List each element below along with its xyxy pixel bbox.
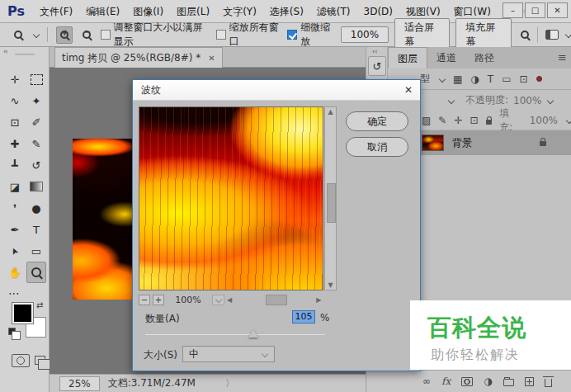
fit-screen-button[interactable]: 适合屏幕: [394, 18, 450, 51]
screen-mode-button[interactable]: [35, 356, 45, 365]
document-image[interactable]: [73, 139, 134, 300]
menu-layer[interactable]: 图层(L): [170, 0, 216, 23]
adjustment-layer-icon[interactable]: ◑: [484, 375, 492, 387]
swap-colors-icon[interactable]: ⇄: [36, 300, 43, 309]
zoom-100-button[interactable]: 100%: [341, 26, 389, 43]
filter-adjustment-icon[interactable]: ◑: [470, 73, 479, 85]
zoom-tool-selected[interactable]: [26, 262, 46, 283]
zoom-in-mode-button[interactable]: [56, 26, 73, 44]
chevron-down-icon[interactable]: [448, 97, 455, 103]
edit-toolbar-icon[interactable]: ⋯: [8, 286, 21, 300]
filter-preview-image[interactable]: [139, 106, 323, 290]
preview-horizontal-scrollbar[interactable]: [234, 295, 314, 305]
scroll-up-icon[interactable]: ▲: [328, 108, 333, 116]
zoom-out-mode-button[interactable]: [78, 26, 95, 44]
size-dropdown[interactable]: 中: [182, 346, 275, 362]
dialog-title-bar[interactable]: 波纹 ✕: [133, 80, 420, 101]
lock-move-icon[interactable]: ✛: [454, 115, 462, 126]
link-layers-icon[interactable]: ∞: [422, 375, 431, 387]
pen-tool[interactable]: ✒: [5, 219, 25, 240]
blur-tool[interactable]: ❜: [5, 197, 25, 219]
menu-edit[interactable]: 编辑(E): [79, 0, 126, 23]
clone-stamp-tool[interactable]: ┻: [5, 154, 25, 176]
lock-all-icon[interactable]: [486, 120, 493, 125]
filter-type-icon[interactable]: T: [488, 73, 493, 85]
lock-artboard-icon[interactable]: ⊡: [470, 115, 478, 126]
eraser-tool[interactable]: ◪: [5, 176, 25, 197]
preview-vertical-scrollbar[interactable]: ▲ ▼: [324, 106, 337, 290]
marquee-tool-icon[interactable]: [26, 68, 46, 90]
filter-smart-object-icon[interactable]: ⊡: [520, 73, 528, 85]
dock-collapse-icon[interactable]: ‹‹: [372, 48, 377, 55]
scroll-left-icon[interactable]: ◀: [227, 296, 232, 304]
chevron-down-icon[interactable]: [547, 97, 554, 103]
scroll-right-icon[interactable]: ▶: [316, 296, 321, 304]
fill-value[interactable]: 100%: [530, 115, 558, 126]
shape-tool[interactable]: ▭: [26, 240, 46, 262]
move-tool[interactable]: ✛: [5, 68, 25, 90]
type-tool[interactable]: T: [26, 219, 46, 240]
filter-pixel-icon[interactable]: ▦: [453, 73, 462, 85]
layer-style-fx-icon[interactable]: fx: [441, 375, 451, 387]
gradient-tool-icon[interactable]: [26, 176, 46, 197]
scrubby-zoom-checkbox[interactable]: [287, 30, 297, 40]
toolbar-collapse-icon[interactable]: ‹‹: [3, 48, 7, 55]
menu-image[interactable]: 图像(I): [126, 0, 170, 23]
resize-windows-option[interactable]: 调整窗口大小以满屏显示: [101, 21, 210, 49]
scrubby-zoom-option[interactable]: 细微缩放: [287, 21, 335, 49]
brush-tool[interactable]: ✎: [26, 133, 46, 154]
add-mask-icon[interactable]: [461, 377, 473, 386]
menu-select[interactable]: 选择(S): [263, 0, 310, 23]
menu-3d[interactable]: 3D(D): [357, 0, 399, 23]
document-tab[interactable]: timg 拷贝 @ 25%(RGB/8#) * ✕: [54, 47, 223, 68]
delete-layer-icon[interactable]: [545, 379, 552, 387]
hand-tool[interactable]: ✋: [5, 262, 25, 283]
lock-transparent-icon[interactable]: ▨: [422, 115, 431, 126]
lasso-tool[interactable]: ∿: [5, 90, 25, 111]
zoom-tool-preset[interactable]: [10, 26, 26, 44]
preview-zoom-out-button[interactable]: −: [139, 295, 150, 305]
chevron-down-icon[interactable]: [439, 75, 446, 82]
panel-menu-icon[interactable]: ≡: [558, 51, 567, 64]
fill-screen-button[interactable]: 填充屏幕: [455, 18, 511, 51]
status-expand-icon[interactable]: 〉: [225, 377, 234, 390]
minimize-button[interactable]: –: [503, 2, 523, 18]
workspace-switcher-icon[interactable]: [545, 30, 559, 40]
history-brush-tool[interactable]: ↺: [26, 154, 46, 176]
status-zoom-field[interactable]: 25%: [59, 376, 100, 391]
layer-thumbnail[interactable]: [422, 135, 444, 151]
new-layer-icon[interactable]: [525, 377, 534, 386]
filter-toggle-dot[interactable]: [536, 76, 542, 82]
menu-file[interactable]: 文件(F): [33, 0, 79, 23]
healing-brush-tool[interactable]: ✚: [5, 133, 25, 154]
chevron-down-icon[interactable]: [565, 31, 571, 38]
default-colors-icon[interactable]: [8, 328, 16, 335]
tab-paths[interactable]: 路径: [465, 47, 503, 68]
lock-paint-icon[interactable]: ✎: [438, 115, 446, 126]
crop-tool[interactable]: ⊡: [5, 111, 25, 133]
maximize-button[interactable]: □: [525, 2, 545, 18]
close-tab-icon[interactable]: ✕: [208, 54, 215, 63]
opacity-value[interactable]: 100%: [513, 95, 541, 106]
close-window-button[interactable]: ✕: [547, 2, 568, 18]
search-icon[interactable]: [521, 31, 529, 39]
cancel-button[interactable]: 取消: [346, 137, 408, 157]
chevron-down-icon[interactable]: [566, 116, 571, 123]
filter-shape-icon[interactable]: ▭: [502, 73, 511, 85]
quick-mask-button[interactable]: [12, 354, 30, 367]
zoom-all-windows-option[interactable]: 缩放所有窗口: [216, 21, 281, 49]
foreground-color-swatch[interactable]: [12, 303, 33, 324]
chevron-down-icon[interactable]: [33, 31, 40, 38]
preview-zoom-dropdown[interactable]: [212, 295, 224, 305]
menu-filter[interactable]: 滤镜(T): [310, 0, 357, 23]
history-panel-icon[interactable]: ↺: [368, 56, 386, 76]
dodge-tool[interactable]: ●: [26, 197, 46, 219]
scroll-down-icon[interactable]: ▼: [328, 281, 333, 289]
tab-layers[interactable]: 图层: [388, 47, 427, 68]
quick-selection-tool[interactable]: ✦: [26, 90, 46, 111]
horizontal-scroll-thumb[interactable]: [266, 295, 287, 305]
preview-zoom-in-button[interactable]: +: [153, 295, 164, 305]
resize-windows-checkbox[interactable]: [101, 30, 111, 40]
preview-zoom-level[interactable]: 100%: [167, 295, 210, 305]
amount-slider[interactable]: [145, 331, 325, 339]
